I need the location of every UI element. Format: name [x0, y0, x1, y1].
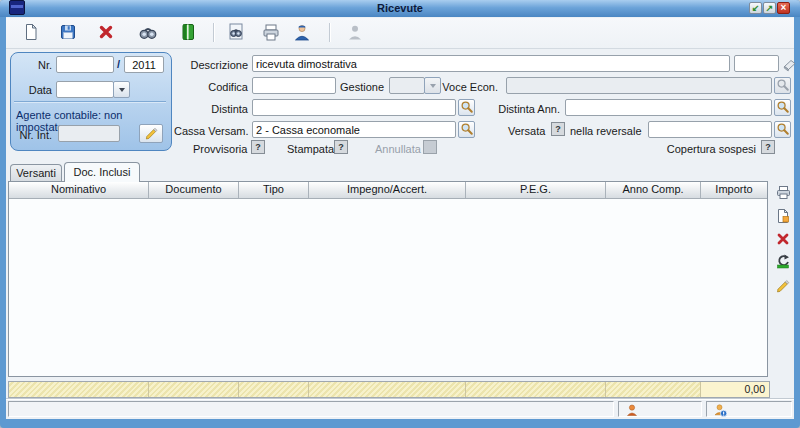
- column-header-tipo[interactable]: Tipo: [239, 182, 309, 198]
- save-icon: [58, 22, 78, 44]
- tab-doc-inclusi[interactable]: Doc. Inclusi: [64, 162, 140, 182]
- row-edit-button[interactable]: [773, 276, 793, 296]
- descrizione-extra-input[interactable]: [734, 55, 779, 72]
- total-importo: 0,00: [701, 382, 769, 397]
- save-button[interactable]: [56, 21, 80, 45]
- column-header-peg[interactable]: P.E.G.: [466, 182, 606, 198]
- new-row-icon: [775, 208, 791, 226]
- row-print-button[interactable]: [773, 183, 793, 203]
- maximize-button[interactable]: ↗: [763, 2, 776, 14]
- annullata-checkbox: [423, 140, 437, 154]
- green-book-icon: [178, 22, 198, 44]
- distinta-input[interactable]: [252, 99, 456, 116]
- versata-label: Versata: [508, 124, 545, 138]
- ricevute-window: Ricevute ↙ ↗ ×: [0, 0, 800, 428]
- operator-icon: [292, 22, 312, 44]
- validate-button[interactable]: [176, 21, 200, 45]
- toolbar-separator: [329, 23, 330, 42]
- nella-reversale-label: nella reversale: [570, 124, 642, 138]
- reversale-search-button[interactable]: [774, 121, 791, 138]
- restore-button[interactable]: ↙: [749, 2, 762, 14]
- toolbar-separator: [213, 23, 214, 42]
- totals-row: 0,00: [8, 381, 770, 398]
- distinta-ann-input[interactable]: [565, 99, 772, 116]
- row-undo-button[interactable]: [773, 252, 793, 272]
- voce-econ-search-button: [774, 77, 791, 94]
- total-cell: [239, 382, 309, 397]
- magnifier-icon: [460, 100, 474, 116]
- total-cell: [606, 382, 701, 397]
- column-header-impegno[interactable]: Impegno/Accert.: [309, 182, 466, 198]
- voce-econ-input: [506, 77, 772, 94]
- distinta-ann-search-button[interactable]: [774, 99, 791, 116]
- window-title: Ricevute: [0, 0, 800, 17]
- magnifier-icon: [776, 100, 790, 116]
- table-body-empty[interactable]: [9, 199, 767, 378]
- panel-divider: [14, 101, 166, 102]
- voce-econ-label: Voce Econ.: [440, 80, 498, 94]
- data-label: Data: [20, 83, 52, 97]
- provvisoria-label: Provvisoria: [193, 142, 247, 156]
- magnifier-icon: [776, 78, 790, 94]
- printer-icon: [261, 22, 281, 44]
- codifica-input[interactable]: [252, 77, 336, 94]
- magnifier-icon: [776, 122, 790, 138]
- tab-versanti[interactable]: Versanti: [10, 164, 62, 181]
- chevron-down-icon: [119, 88, 125, 92]
- distinta-ann-label: Distinta Ann.: [495, 102, 560, 116]
- table-header-row: Nominativo Documento Tipo Impegno/Accert…: [9, 182, 767, 199]
- row-delete-button[interactable]: [773, 230, 793, 250]
- person-disabled-button: [343, 21, 367, 45]
- column-header-documento[interactable]: Documento: [149, 182, 239, 198]
- edit-nr-int-button[interactable]: [139, 124, 163, 143]
- stampata-checkbox[interactable]: ?: [334, 140, 348, 154]
- print-preview-button[interactable]: [224, 21, 248, 45]
- pencil-icon: [775, 277, 791, 295]
- main-toolbar: [6, 18, 794, 49]
- gestione-dropdown-button: [424, 77, 441, 94]
- pencil-icon: [144, 125, 159, 142]
- column-header-nominativo[interactable]: Nominativo: [9, 182, 149, 198]
- delete-button[interactable]: [94, 21, 118, 45]
- linked-user-icon: [713, 403, 728, 418]
- documents-table: Nominativo Documento Tipo Impegno/Accert…: [8, 181, 768, 377]
- nr-label: Nr.: [20, 58, 52, 72]
- distinta-search-button[interactable]: [458, 99, 475, 116]
- data-dropdown-button[interactable]: [113, 81, 130, 98]
- clear-button[interactable]: [781, 56, 797, 74]
- new-button[interactable]: [19, 21, 43, 45]
- print-button[interactable]: [259, 21, 283, 45]
- row-new-button[interactable]: [773, 207, 793, 227]
- small-printer-icon: [775, 184, 792, 203]
- cassa-versam-input[interactable]: [252, 121, 456, 138]
- distinta-label: Distinta: [180, 102, 248, 116]
- column-header-anno-comp[interactable]: Anno Comp.: [606, 182, 701, 198]
- operator-button[interactable]: [290, 21, 314, 45]
- title-bar[interactable]: Ricevute: [0, 0, 800, 17]
- status-segment-main: [8, 401, 614, 417]
- total-cell: [149, 382, 239, 397]
- eraser-icon: [781, 62, 797, 74]
- provvisoria-checkbox[interactable]: ?: [251, 140, 265, 154]
- total-cell: [309, 382, 466, 397]
- cassa-versam-search-button[interactable]: [458, 121, 475, 138]
- close-button[interactable]: ×: [777, 2, 790, 14]
- nr-input[interactable]: [56, 56, 114, 73]
- copertura-checkbox[interactable]: ?: [761, 140, 775, 154]
- gestione-input: [389, 77, 425, 94]
- versata-checkbox[interactable]: ?: [551, 122, 565, 136]
- groove-line: [6, 399, 794, 400]
- status-segment-linked-user: [706, 401, 792, 417]
- undo-icon: [775, 253, 791, 271]
- column-header-importo[interactable]: Importo: [701, 182, 767, 198]
- magnifier-icon: [460, 122, 474, 138]
- descrizione-input[interactable]: [252, 55, 730, 72]
- year-input[interactable]: [124, 56, 164, 73]
- data-input[interactable]: [56, 81, 114, 98]
- nr-int-label: Nr. Int.: [14, 128, 52, 142]
- search-button[interactable]: [136, 21, 160, 45]
- annullata-label: Annullata: [375, 142, 421, 156]
- status-segment-user: [618, 401, 702, 417]
- total-cell: [466, 382, 606, 397]
- reversale-input[interactable]: [648, 121, 772, 138]
